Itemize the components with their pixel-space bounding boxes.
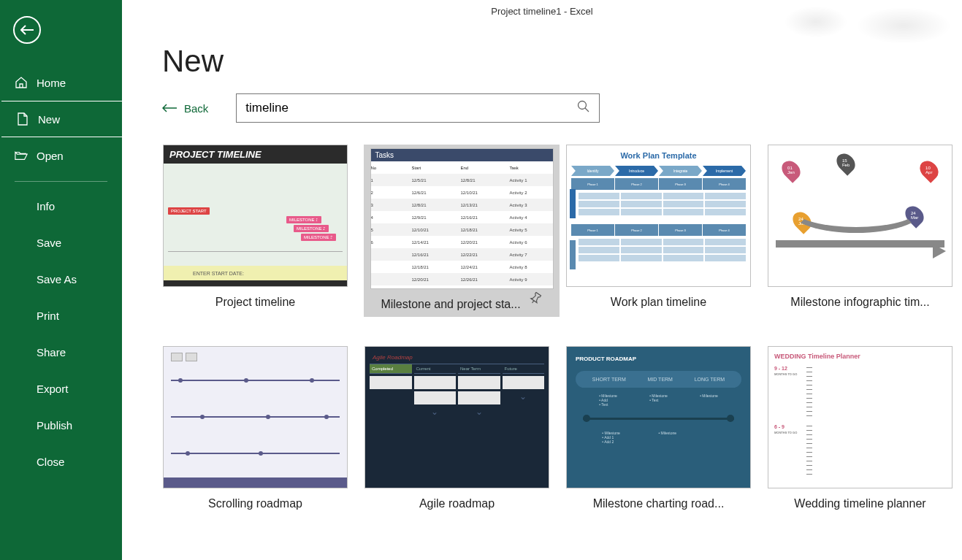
nav-close[interactable]: Close <box>0 443 122 480</box>
search-icon[interactable] <box>577 100 590 116</box>
nav-divider <box>15 181 107 182</box>
template-grid: PROJECT TIMELINE PROJECT START MILESTONE… <box>122 145 962 510</box>
template-scrolling-roadmap[interactable]: Scrolling roadmap <box>162 346 348 510</box>
nav-label: Open <box>37 150 64 162</box>
window-title: Project timeline1 - Excel <box>491 6 592 17</box>
backstage-sidebar: Home New Open Info Save Save As Print Sh… <box>0 0 122 560</box>
nav-print[interactable]: Print <box>0 297 122 334</box>
folder-open-icon <box>15 149 28 162</box>
nav-publish[interactable]: Publish <box>0 407 122 443</box>
template-thumbnail: 01Jan 15Feb 10Apr 24Jun 24Mar <box>768 145 953 287</box>
nav-export[interactable]: Export <box>0 370 122 407</box>
title-bar: Project timeline1 - Excel <box>122 0 962 22</box>
back-button[interactable] <box>13 16 41 44</box>
search-row: Back <box>162 93 962 123</box>
template-milestone-project[interactable]: Tasks NoStartEndTask 112/5/2112/8/21Acti… <box>364 145 560 317</box>
template-label: Scrolling roadmap <box>208 497 302 510</box>
template-label: Agile roadmap <box>419 497 495 510</box>
template-thumbnail: Agile Roadmap Completed Current⌄ Near Te… <box>364 346 549 488</box>
template-thumbnail <box>163 346 348 488</box>
template-milestone-charting[interactable]: PRODUCT ROADMAP SHORT TERM MID TERM LONG… <box>565 346 752 510</box>
nav-info[interactable]: Info <box>0 188 122 224</box>
template-thumbnail: WEDDING Timeline Planner 9 - 12MONTHS TO… <box>768 346 953 488</box>
template-label: Milestone charting road... <box>593 497 725 510</box>
arrow-left-icon <box>20 25 34 35</box>
template-thumbnail: PROJECT TIMELINE PROJECT START MILESTONE… <box>163 145 348 287</box>
template-project-timeline[interactable]: PROJECT TIMELINE PROJECT START MILESTONE… <box>162 145 348 317</box>
template-label: Project timeline <box>215 296 295 309</box>
svg-point-0 <box>579 101 587 110</box>
template-agile-roadmap[interactable]: Agile Roadmap Completed Current⌄ Near Te… <box>364 346 550 510</box>
template-label: Work plan timeline <box>611 296 706 309</box>
nav-new[interactable]: New <box>1 101 122 137</box>
template-work-plan[interactable]: Work Plan Template IdentifyIntroduceInte… <box>565 145 752 317</box>
nav-open[interactable]: Open <box>0 137 122 174</box>
document-icon <box>16 112 29 126</box>
template-label: Milestone and project sta... <box>381 298 520 311</box>
nav-save-as[interactable]: Save As <box>0 261 122 297</box>
arrow-left-icon <box>162 104 177 112</box>
search-input[interactable] <box>245 101 577 115</box>
nav-label: Home <box>37 77 66 89</box>
template-thumbnail: Work Plan Template IdentifyIntroduceInte… <box>566 145 751 287</box>
template-label: Milestone infographic tim... <box>790 296 929 309</box>
template-thumbnail: Tasks NoStartEndTask 112/5/2112/8/21Acti… <box>370 148 554 289</box>
nav-share[interactable]: Share <box>0 334 122 370</box>
main-content: Project timeline1 - Excel New Back PROJE… <box>122 0 962 560</box>
back-link[interactable]: Back <box>162 102 208 115</box>
template-wedding-planner[interactable]: WEDDING Timeline Planner 9 - 12MONTHS TO… <box>767 346 953 510</box>
nav-home[interactable]: Home <box>0 64 122 101</box>
nav-label: New <box>38 113 60 126</box>
template-label: Wedding timeline planner <box>794 497 925 510</box>
template-milestone-infographic[interactable]: 01Jan 15Feb 10Apr 24Jun 24Mar Milestone … <box>767 145 953 317</box>
nav-save[interactable]: Save <box>0 224 122 261</box>
search-box <box>236 93 600 123</box>
decorative-clouds <box>772 0 962 51</box>
pin-icon[interactable] <box>530 292 543 308</box>
back-label: Back <box>184 102 208 115</box>
template-thumbnail: PRODUCT ROADMAP SHORT TERM MID TERM LONG… <box>566 346 751 488</box>
home-icon <box>15 76 28 89</box>
